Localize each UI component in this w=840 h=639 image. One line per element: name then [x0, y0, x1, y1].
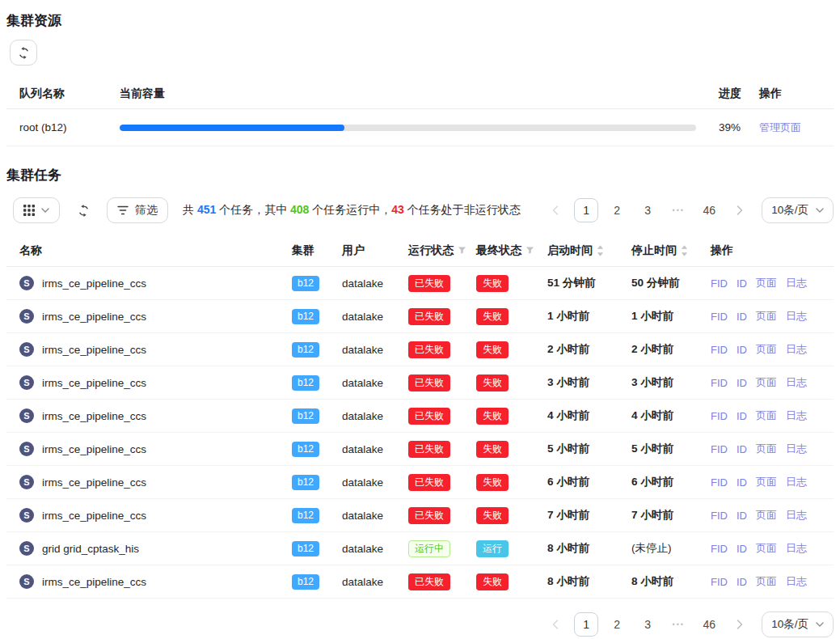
log-link[interactable]: 日志 — [786, 541, 807, 556]
fid-link[interactable]: FID — [711, 344, 728, 356]
task-name: irms_ce_pipeline_ccs — [42, 377, 146, 389]
page-link[interactable]: 页面 — [756, 309, 777, 324]
id-link[interactable]: ID — [737, 443, 747, 455]
user-name: datalake — [342, 410, 408, 422]
bottom-bar: 123•••4610条/页 — [6, 611, 834, 637]
run-status-badge: 运行中 — [408, 540, 450, 557]
page-size-select[interactable]: 10条/页 — [762, 197, 834, 223]
log-link[interactable]: 日志 — [786, 408, 807, 423]
id-link[interactable]: ID — [737, 277, 747, 290]
user-name: datalake — [342, 344, 408, 356]
page-link[interactable]: 页面 — [756, 408, 777, 423]
log-link[interactable]: 日志 — [786, 309, 807, 324]
start-time: 51 分钟前 — [547, 276, 631, 290]
table-row: S irms_ce_pipeline_ccs b12 datalake 已失败 … — [6, 400, 834, 433]
log-link[interactable]: 日志 — [786, 475, 807, 489]
page-1-button[interactable]: 1 — [574, 198, 598, 222]
page-link[interactable]: 页面 — [756, 475, 777, 489]
manage-page-link[interactable]: 管理页面 — [759, 121, 801, 133]
next-page-button[interactable] — [728, 612, 752, 637]
fid-link[interactable]: FID — [711, 476, 728, 489]
capacity-progress-bar — [120, 125, 696, 131]
stop-time: 5 小时前 — [631, 442, 711, 456]
tasks-toolbar: 筛选 共 451 个任务，其中 408 个任务运行中，43 个任务处于非运行状态… — [6, 197, 834, 223]
fid-link[interactable]: FID — [711, 311, 728, 323]
prev-page-button[interactable] — [543, 198, 568, 222]
spark-avatar-icon: S — [19, 408, 34, 423]
fid-link[interactable]: FID — [711, 277, 728, 290]
row-actions: FIDID页面日志 — [711, 508, 834, 523]
id-link[interactable]: ID — [737, 510, 747, 522]
fid-link[interactable]: FID — [711, 510, 728, 522]
grid-icon — [23, 205, 35, 216]
fid-link[interactable]: FID — [711, 377, 728, 389]
page-link[interactable]: 页面 — [756, 541, 777, 556]
user-name: datalake — [342, 277, 408, 290]
id-link[interactable]: ID — [737, 377, 747, 389]
run-status-badge: 已失败 — [408, 408, 450, 425]
page-size-select[interactable]: 10条/页 — [762, 611, 834, 637]
user-name: datalake — [342, 377, 408, 389]
page-link[interactable]: 页面 — [756, 574, 777, 589]
prev-page-button[interactable] — [543, 612, 568, 637]
page-link[interactable]: 页面 — [756, 508, 777, 523]
user-name: datalake — [342, 476, 408, 489]
fid-link[interactable]: FID — [711, 576, 728, 588]
log-link[interactable]: 日志 — [786, 442, 807, 456]
id-link[interactable]: ID — [737, 543, 747, 555]
task-name: irms_ce_pipeline_ccs — [42, 510, 146, 522]
log-link[interactable]: 日志 — [786, 574, 807, 589]
id-link[interactable]: ID — [737, 576, 747, 588]
fid-link[interactable]: FID — [711, 410, 728, 422]
col-queue-name: 队列名称 — [19, 87, 120, 101]
page-3-button[interactable]: 3 — [635, 198, 660, 222]
page-link[interactable]: 页面 — [756, 442, 777, 456]
id-link[interactable]: ID — [737, 476, 747, 489]
filter-button[interactable]: 筛选 — [107, 197, 168, 223]
page-link[interactable]: 页面 — [756, 276, 777, 290]
resources-table-header: 队列名称 当前容量 进度 操作 — [6, 78, 834, 109]
log-link[interactable]: 日志 — [786, 375, 807, 390]
run-status-badge: 已失败 — [408, 341, 450, 358]
page-2-button[interactable]: 2 — [605, 612, 629, 637]
id-link[interactable]: ID — [737, 311, 747, 323]
table-row: S grid grid_cptask_his b12 datalake 运行中 … — [6, 532, 834, 565]
row-actions: FIDID页面日志 — [711, 276, 834, 290]
col-stop-time: 停止时间 — [631, 243, 711, 258]
tasks-refresh-button[interactable] — [71, 197, 95, 223]
sort-icon[interactable] — [597, 245, 604, 256]
col-final-status: 最终状态 — [476, 243, 547, 258]
spark-avatar-icon: S — [19, 574, 34, 589]
chevron-left-icon — [552, 620, 559, 629]
page-3-button[interactable]: 3 — [635, 612, 660, 637]
id-link[interactable]: ID — [737, 410, 747, 422]
page-1-button[interactable]: 1 — [574, 612, 598, 637]
page-link[interactable]: 页面 — [756, 342, 777, 357]
column-layout-dropdown-button[interactable] — [13, 197, 60, 223]
log-link[interactable]: 日志 — [786, 276, 807, 290]
resources-refresh-button[interactable] — [10, 40, 37, 66]
refresh-icon — [18, 47, 30, 59]
log-link[interactable]: 日志 — [786, 342, 807, 357]
col-name: 名称 — [19, 243, 292, 258]
page-46-button[interactable]: 46 — [697, 612, 721, 637]
resources-table: 队列名称 当前容量 进度 操作 root (b12) 39% 管理页面 — [6, 78, 834, 146]
filter-funnel-icon[interactable] — [526, 246, 534, 255]
page-link[interactable]: 页面 — [756, 375, 777, 390]
sort-icon[interactable] — [681, 245, 688, 256]
page-2-button[interactable]: 2 — [605, 198, 629, 222]
next-page-button[interactable] — [728, 198, 752, 222]
filter-funnel-icon[interactable] — [458, 246, 466, 255]
id-link[interactable]: ID — [737, 344, 747, 356]
filter-button-label: 筛选 — [135, 203, 158, 218]
resources-section-title: 集群资源 — [0, 0, 840, 30]
fid-link[interactable]: FID — [711, 443, 728, 455]
run-status-badge: 已失败 — [408, 375, 450, 391]
tasks-table-header: 名称 集群 用户 运行状态 最终状态 启动时间 停止时间 — [6, 235, 834, 267]
row-actions: FIDID页面日志 — [711, 541, 834, 556]
log-link[interactable]: 日志 — [786, 508, 807, 523]
stop-time: 1 小时前 — [631, 309, 711, 324]
fid-link[interactable]: FID — [711, 543, 728, 555]
page-46-button[interactable]: 46 — [697, 198, 721, 222]
summary-text: 个任务处于非运行状态 — [404, 203, 521, 216]
